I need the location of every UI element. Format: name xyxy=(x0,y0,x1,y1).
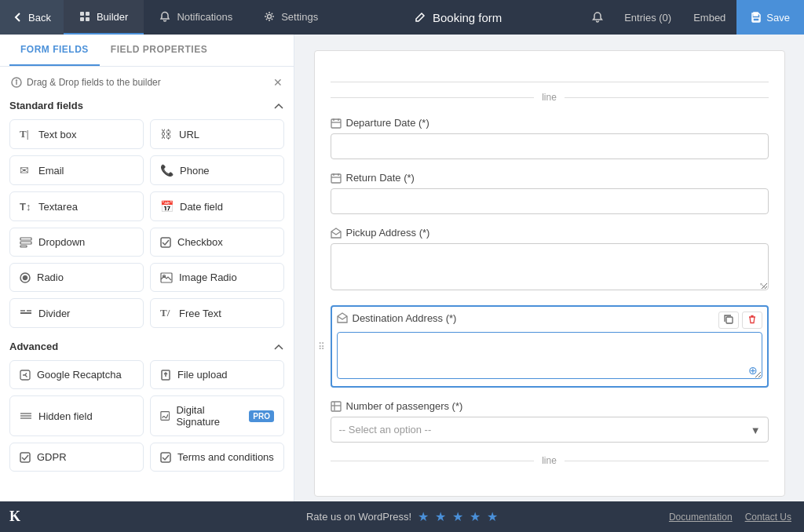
svg-rect-3 xyxy=(86,17,90,21)
field-num-passengers: Number of passengers (*) -- Select an op… xyxy=(331,400,769,443)
form-title: Booking form xyxy=(334,11,582,24)
field-gdpr[interactable]: GDPR xyxy=(9,443,144,472)
svg-rect-10 xyxy=(20,238,31,240)
checkbox-icon xyxy=(160,237,171,248)
imageradio-icon xyxy=(160,272,173,283)
field-url[interactable]: ⛓ URL xyxy=(150,119,284,149)
settings-icon xyxy=(264,11,275,22)
advanced-collapse-icon[interactable] xyxy=(273,341,284,352)
panel-content: Drag & Drop fields to the builder ✕ Stan… xyxy=(0,67,294,501)
advanced-fields-grid: Google Recaptcha File upload Hidden fiel… xyxy=(9,360,284,472)
field-divider[interactable]: Divider xyxy=(9,298,144,328)
left-panel: Form Fields Field Properties Drag & Drop… xyxy=(0,35,294,501)
field-termscon[interactable]: Terms and conditions xyxy=(150,443,284,472)
hiddenfield-icon xyxy=(20,410,32,421)
edit-icon xyxy=(414,11,426,24)
field-imageradio[interactable]: Image Radio xyxy=(150,263,284,292)
field-radio[interactable]: Radio xyxy=(9,263,144,292)
form-builder-panel: line Departure Date (*) Return Date (*) xyxy=(294,35,804,501)
return-date-input[interactable] xyxy=(331,188,769,214)
destination-address-input[interactable] xyxy=(337,332,762,379)
tab-settings[interactable]: Settings xyxy=(248,0,334,35)
field-return-date: Return Date (*) xyxy=(331,172,769,214)
pickup-address-input[interactable] xyxy=(331,243,769,290)
trash-icon xyxy=(747,315,757,324)
departure-icon xyxy=(331,118,342,129)
departure-date-input[interactable] xyxy=(331,133,769,159)
svg-rect-6 xyxy=(753,18,759,21)
svg-rect-26 xyxy=(161,412,170,421)
resize-handle: ⤡ xyxy=(759,281,766,290)
passengers-icon xyxy=(331,401,342,412)
svg-rect-1 xyxy=(86,12,90,16)
date-icon: 📅 xyxy=(160,200,174,213)
main-layout: Form Fields Field Properties Drag & Drop… xyxy=(0,35,804,501)
collapse-icon[interactable] xyxy=(273,100,284,111)
star-4: ★ xyxy=(470,509,481,524)
divider-icon xyxy=(20,308,32,319)
field-phone[interactable]: 📞 Phone xyxy=(150,155,284,185)
field-dropdown[interactable]: Dropdown xyxy=(9,228,144,257)
field-datefield[interactable]: 📅 Date field xyxy=(150,191,284,221)
documentation-link[interactable]: Documentation xyxy=(669,512,733,523)
contact-link[interactable]: Contact Us xyxy=(745,512,791,523)
back-button[interactable]: Back xyxy=(0,0,64,35)
entries-button[interactable]: Entries (0) xyxy=(613,0,682,35)
radio-icon xyxy=(20,272,31,283)
logo: K xyxy=(9,508,20,525)
field-departure-date: Departure Date (*) xyxy=(331,117,769,159)
bell-button[interactable] xyxy=(582,0,613,35)
svg-rect-39 xyxy=(726,317,733,323)
field-checkbox[interactable]: Checkbox xyxy=(150,228,284,257)
field-recaptcha[interactable]: Google Recaptcha xyxy=(9,360,144,389)
svg-point-4 xyxy=(268,15,272,19)
svg-marker-37 xyxy=(331,228,341,238)
field-textarea[interactable]: T↕ Textarea xyxy=(9,191,144,221)
close-hint-button[interactable]: ✕ xyxy=(273,76,283,89)
field-hiddenfield[interactable]: Hidden field xyxy=(9,395,144,436)
termscon-icon xyxy=(160,452,171,463)
tab-field-properties[interactable]: Field Properties xyxy=(100,35,218,66)
tab-form-fields[interactable]: Form Fields xyxy=(9,35,100,66)
notification-icon xyxy=(159,11,170,22)
embed-button[interactable]: Embed xyxy=(682,0,736,35)
svg-rect-12 xyxy=(20,246,27,247)
email-icon: ✉ xyxy=(20,164,32,177)
standard-fields-grid: T| Text box ⛓ URL ✉ Email 📞 Phone T↕ xyxy=(9,119,284,328)
textbox-icon: T| xyxy=(20,128,32,140)
gdpr-icon xyxy=(20,452,31,463)
passengers-select[interactable]: -- Select an option -- xyxy=(331,417,769,443)
svg-rect-11 xyxy=(20,242,31,244)
svg-rect-40 xyxy=(331,402,341,411)
field-destination-active: Destination Address (*) xyxy=(331,305,769,388)
drag-handle[interactable]: ⠿ xyxy=(318,341,325,352)
form-line-2: line xyxy=(331,455,769,466)
field-freetext[interactable]: T/ Free Text xyxy=(150,298,284,328)
field-digitalsig[interactable]: Digital Signature PRO xyxy=(150,395,284,436)
field-email[interactable]: ✉ Email xyxy=(9,155,144,185)
form-line-1: line xyxy=(331,92,769,103)
phone-icon: 📞 xyxy=(160,164,174,177)
svg-rect-2 xyxy=(80,17,84,21)
svg-rect-28 xyxy=(161,453,170,462)
pro-badge: PRO xyxy=(249,410,274,422)
field-fileupload[interactable]: File upload xyxy=(150,360,284,389)
textarea-icon: T↕ xyxy=(20,201,32,213)
back-icon xyxy=(13,12,24,23)
copy-field-button[interactable] xyxy=(718,312,739,329)
svg-rect-5 xyxy=(754,13,758,16)
tab-builder[interactable]: Builder xyxy=(64,0,144,35)
copy-icon xyxy=(724,315,733,324)
fileupload-icon xyxy=(160,370,171,381)
svg-marker-38 xyxy=(338,313,347,322)
svg-rect-0 xyxy=(80,12,84,16)
save-button[interactable]: Save xyxy=(736,0,804,35)
svg-rect-27 xyxy=(20,453,30,462)
info-icon xyxy=(11,77,22,88)
star-2: ★ xyxy=(435,509,446,524)
tab-notifications[interactable]: Notifications xyxy=(144,0,248,35)
svg-rect-29 xyxy=(331,119,341,128)
delete-field-button[interactable] xyxy=(742,312,762,329)
form-container: line Departure Date (*) Return Date (*) xyxy=(314,50,785,497)
field-textbox[interactable]: T| Text box xyxy=(9,119,144,149)
